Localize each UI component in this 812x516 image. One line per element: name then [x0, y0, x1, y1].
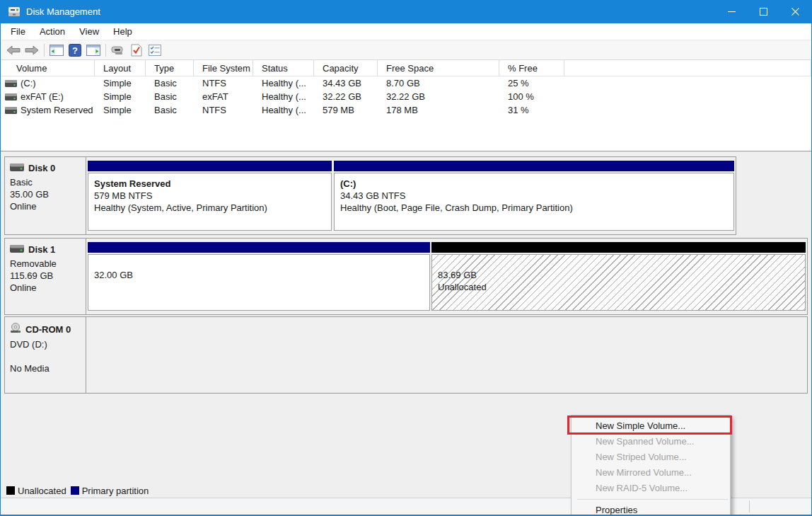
disk-1-row: Disk 1 Removable 115.69 GB Online 32.00 …: [4, 238, 808, 315]
disk-management-window: Disk Management File Action View Help: [0, 0, 812, 516]
disk-0-panel[interactable]: Disk 0 Basic 35.00 GB Online: [5, 157, 86, 234]
show-action-pane-icon[interactable]: [84, 42, 103, 59]
window-controls: [716, 0, 811, 23]
partition-status: Healthy (Boot, Page File, Crash Dump, Pr…: [340, 202, 731, 214]
volume-row-c[interactable]: (C:) Simple Basic NTFS Healthy (... 34.4…: [1, 76, 811, 90]
cdrom-icon: [10, 323, 21, 336]
app-icon: [8, 6, 21, 17]
disk-type: Removable: [10, 258, 81, 270]
disk-status: Online: [10, 282, 81, 294]
disk-size: 35.00 GB: [10, 188, 81, 200]
cell-layout: Simple: [95, 90, 146, 103]
highlight-annotation: [567, 415, 732, 435]
cell-free-space: 8.70 GB: [378, 76, 499, 90]
cell-capacity: 32.22 GB: [314, 90, 378, 103]
partition-size: 32.00 GB: [94, 269, 427, 281]
back-icon[interactable]: [4, 42, 23, 59]
partition-status: Healthy (System, Active, Primary Partiti…: [94, 202, 328, 214]
close-button[interactable]: [779, 0, 811, 23]
partition-color-bar: [334, 161, 734, 171]
disk-name: CD-ROM 0: [25, 324, 71, 335]
partition-c[interactable]: (C:) 34.43 GB NTFS Healthy (Boot, Page F…: [334, 161, 734, 231]
cell-status: Healthy (...: [253, 90, 314, 103]
maximize-button[interactable]: [748, 0, 779, 23]
drive-icon: [5, 93, 17, 101]
cdrom-media-status: No Media: [10, 362, 81, 374]
volume-name: System Reserved: [21, 105, 93, 115]
partition-title: (C:): [340, 178, 731, 190]
graphical-view: Disk 0 Basic 35.00 GB Online System Rese…: [1, 151, 811, 483]
show-console-tree-icon[interactable]: [47, 42, 66, 59]
menu-separator: [577, 499, 728, 500]
menu-action[interactable]: Action: [33, 24, 72, 39]
cell-type: Basic: [146, 76, 194, 90]
toolbar: ?: [1, 40, 811, 60]
title-bar: Disk Management: [1, 0, 811, 23]
column-header-filler: [564, 60, 811, 76]
window-title: Disk Management: [26, 6, 100, 17]
toolbar-separator: [105, 44, 106, 57]
column-header-layout[interactable]: Layout: [95, 60, 146, 76]
column-header-status[interactable]: Status: [253, 60, 314, 76]
disk-0-row: Disk 0 Basic 35.00 GB Online System Rese…: [4, 156, 736, 235]
legend-label: Primary partition: [82, 486, 149, 496]
partition-color-bar: [88, 242, 430, 253]
column-header-free-space[interactable]: Free Space: [378, 60, 499, 76]
cell-pct-free: 25 %: [499, 76, 564, 90]
cell-layout: Simple: [95, 103, 146, 117]
partition-color-bar: [88, 161, 332, 171]
cell-status: Healthy (...: [253, 103, 314, 117]
primary-partition-swatch: [71, 486, 79, 495]
volume-row-exfat-e[interactable]: exFAT (E:) Simple Basic exFAT Healthy (.…: [1, 90, 811, 103]
cell-capacity: 579 MB: [314, 103, 378, 117]
disk-popup-icon[interactable]: [109, 42, 127, 59]
partition-system-reserved[interactable]: System Reserved 579 MB NTFS Healthy (Sys…: [88, 161, 332, 231]
cell-type: Basic: [146, 103, 194, 117]
column-header-file-system[interactable]: File System: [194, 60, 253, 76]
disk-type: Basic: [10, 176, 81, 188]
unallocated-label: Unallocated: [438, 281, 802, 293]
forward-icon[interactable]: [23, 42, 41, 59]
column-header-capacity[interactable]: Capacity: [314, 60, 378, 76]
check-document-icon[interactable]: [127, 42, 146, 59]
menu-item-new-mirrored-volume: New Mirrored Volume...: [572, 465, 730, 481]
cdrom-0-panel[interactable]: CD-ROM 0 DVD (D:) No Media: [5, 317, 86, 393]
drive-icon: [5, 107, 17, 114]
column-header-pct-free[interactable]: % Free: [499, 60, 564, 76]
column-header-type[interactable]: Type: [146, 60, 194, 76]
cell-file-system: NTFS: [194, 103, 253, 117]
column-header-volume[interactable]: Volume: [1, 60, 95, 76]
disk-name: Disk 1: [28, 244, 55, 255]
cell-free-space: 178 MB: [378, 103, 499, 117]
cell-file-system: NTFS: [194, 76, 253, 90]
disk-icon: [10, 244, 24, 255]
menu-bar: File Action View Help: [1, 23, 811, 40]
menu-item-new-striped-volume: New Striped Volume...: [572, 449, 730, 465]
minimize-button[interactable]: [716, 0, 748, 23]
cell-pct-free: 31 %: [499, 103, 564, 117]
volume-table-header: Volume Layout Type File System Status Ca…: [1, 60, 811, 76]
partition-title: System Reserved: [94, 178, 328, 190]
menu-file[interactable]: File: [4, 24, 33, 39]
menu-view[interactable]: View: [72, 24, 106, 39]
partition-32gb[interactable]: 32.00 GB: [88, 242, 430, 311]
menu-item-new-raid5-volume: New RAID-5 Volume...: [572, 481, 730, 496]
volume-name: (C:): [21, 78, 36, 88]
disk-1-panel[interactable]: Disk 1 Removable 115.69 GB Online: [5, 239, 86, 314]
volume-row-system-reserved[interactable]: System Reserved Simple Basic NTFS Health…: [1, 103, 811, 117]
disk-status: Online: [10, 200, 81, 212]
unallocated-size: 83.69 GB: [438, 269, 802, 281]
unallocated-space[interactable]: 83.69 GB Unallocated: [431, 242, 806, 311]
help-icon[interactable]: ?: [66, 42, 84, 59]
menu-item-new-spanned-volume: New Spanned Volume...: [572, 434, 730, 449]
toolbar-separator: [44, 44, 45, 57]
cell-file-system: exFAT: [194, 90, 253, 103]
checklist-icon[interactable]: [146, 42, 164, 59]
legend-primary-partition: Primary partition: [71, 486, 149, 496]
unallocated-color-bar: [431, 242, 806, 253]
menu-item-properties[interactable]: Properties: [572, 503, 730, 516]
volume-name: exFAT (E:): [21, 91, 64, 102]
cdrom-drive-letter: DVD (D:): [10, 338, 81, 350]
menu-help[interactable]: Help: [106, 24, 139, 39]
svg-text:?: ?: [72, 45, 78, 55]
